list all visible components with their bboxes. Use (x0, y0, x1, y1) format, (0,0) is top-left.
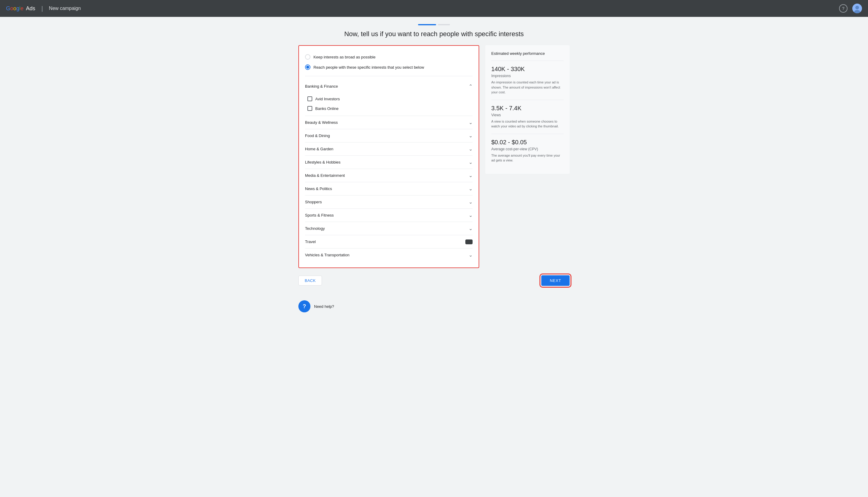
header-actions: ? (839, 4, 862, 13)
category-food-dining-label: Food & Dining (305, 133, 330, 138)
main-content: Now, tell us if you want to reach people… (0, 0, 868, 497)
checkbox-banks-online[interactable] (307, 106, 312, 111)
category-beauty-wellness[interactable]: Beauty & Wellness ⌄ (305, 116, 473, 129)
category-media-entertainment[interactable]: Media & Entertainment ⌄ (305, 169, 473, 182)
cpv-label: Average cost-per-view (CPV) (491, 147, 564, 151)
back-button[interactable]: BACK (298, 275, 322, 286)
category-news-politics[interactable]: News & Politics ⌄ (305, 182, 473, 196)
category-banking-finance-header[interactable]: Banking & Finance ⌃ (305, 80, 473, 93)
chevron-down-icon: ⌄ (469, 119, 473, 125)
radio-broad[interactable]: Keep interests as broad as possible (305, 52, 473, 62)
category-shoppers[interactable]: Shoppers ⌄ (305, 196, 473, 209)
svg-point-1 (855, 6, 859, 9)
category-sports-fitness[interactable]: Sports & Fitness ⌄ (305, 209, 473, 222)
category-home-garden[interactable]: Home & Garden ⌄ (305, 142, 473, 156)
user-avatar[interactable] (852, 4, 862, 13)
cpv-desc: The average amount you'll pay every time… (491, 153, 564, 163)
category-travel-label: Travel (305, 240, 316, 244)
subcategory-avid-investors[interactable]: Avid Investors (307, 94, 473, 104)
interests-panel: Keep interests as broad as possible Reac… (298, 45, 479, 268)
chevron-down-icon: ⌄ (469, 133, 473, 139)
chevron-down-icon: ⌄ (469, 146, 473, 152)
progress-bar (418, 24, 450, 25)
impressions-desc: An impression is counted each time your … (491, 80, 564, 95)
google-ads-logo: Google Ads (6, 5, 35, 12)
subcategory-banks-online-label: Banks Online (315, 106, 338, 111)
chevron-down-icon: ⌄ (469, 239, 473, 245)
performance-card: Estimated weekly performance 140K - 330K… (485, 45, 570, 174)
category-beauty-wellness-label: Beauty & Wellness (305, 120, 338, 125)
chevron-down-icon: ⌄ (469, 159, 473, 165)
performance-panel: Estimated weekly performance 140K - 330K… (485, 45, 570, 174)
radio-broad-input[interactable] (305, 54, 310, 60)
category-travel[interactable]: Travel ⌄ (305, 235, 473, 248)
category-vehicles-transportation-label: Vehicles & Transportation (305, 253, 349, 257)
performance-title: Estimated weekly performance (491, 51, 564, 56)
radio-broad-label: Keep interests as broad as possible (313, 55, 376, 59)
subcategory-banks-online[interactable]: Banks Online (307, 104, 473, 113)
chevron-down-icon: ⌄ (469, 199, 473, 205)
views-value: 3.5K - 7.4K (491, 105, 564, 112)
help-circle-icon: ? (298, 300, 310, 312)
impressions-value: 140K - 330K (491, 66, 564, 73)
metric-views: 3.5K - 7.4K Views A view is counted when… (491, 100, 564, 134)
help-icon-button[interactable]: ? (839, 4, 848, 13)
cpv-value: $0.02 - $0.05 (491, 139, 564, 146)
radio-specific-label: Reach people with these specific interes… (313, 65, 424, 70)
category-technology[interactable]: Technology ⌄ (305, 222, 473, 235)
campaign-title: New campaign (49, 6, 81, 11)
category-news-politics-label: News & Politics (305, 186, 332, 191)
chevron-down-icon: ⌄ (469, 212, 473, 218)
views-label: Views (491, 113, 564, 117)
category-home-garden-label: Home & Garden (305, 147, 333, 151)
checkbox-avid-investors[interactable] (307, 96, 312, 101)
views-desc: A view is counted when someone chooses t… (491, 119, 564, 129)
category-media-entertainment-label: Media & Entertainment (305, 173, 345, 178)
banking-subcategory-list: Avid Investors Banks Online (305, 93, 473, 116)
category-banking-finance-label: Banking & Finance (305, 84, 338, 88)
progress-step-2 (438, 24, 450, 25)
app-header: Google Ads | New campaign ? (0, 0, 868, 17)
category-technology-label: Technology (305, 226, 325, 231)
chevron-up-icon: ⌃ (469, 83, 473, 89)
progress-step-1 (418, 24, 436, 25)
category-lifestyles-hobbies[interactable]: Lifestyles & Hobbies ⌄ (305, 156, 473, 169)
need-help-section: ? Need help? (298, 300, 570, 322)
category-lifestyles-hobbies-label: Lifestyles & Hobbies (305, 160, 340, 165)
category-sports-fitness-label: Sports & Fitness (305, 213, 334, 217)
impressions-label: Impressions (491, 74, 564, 78)
content-area: Keep interests as broad as possible Reac… (298, 45, 570, 268)
panel-divider (305, 76, 473, 76)
chevron-down-icon: ⌄ (469, 186, 473, 191)
chevron-down-icon: ⌄ (469, 173, 473, 178)
category-banking-finance: Banking & Finance ⌃ Avid Investors Banks… (305, 80, 473, 116)
category-vehicles-transportation[interactable]: Vehicles & Transportation ⌄ (305, 248, 473, 261)
next-button[interactable]: NEXT (541, 275, 570, 286)
header-divider: | (41, 5, 43, 12)
help-text: Need help? (314, 304, 334, 309)
bottom-bar: BACK NEXT (298, 275, 570, 286)
chevron-down-icon: ⌄ (469, 252, 473, 258)
category-shoppers-label: Shoppers (305, 200, 322, 204)
page-title: Now, tell us if you want to reach people… (344, 30, 524, 38)
category-food-dining[interactable]: Food & Dining ⌄ (305, 129, 473, 142)
metric-cpv: $0.02 - $0.05 Average cost-per-view (CPV… (491, 134, 564, 168)
travel-row-container: Travel ⌄ (305, 235, 473, 248)
logo-area: Google Ads | New campaign (6, 5, 81, 12)
radio-specific-input[interactable] (305, 65, 310, 70)
subcategory-avid-investors-label: Avid Investors (315, 97, 340, 101)
radio-specific[interactable]: Reach people with these specific interes… (305, 62, 473, 72)
chevron-down-icon: ⌄ (469, 226, 473, 231)
metric-impressions: 140K - 330K Impressions An impression is… (491, 60, 564, 100)
